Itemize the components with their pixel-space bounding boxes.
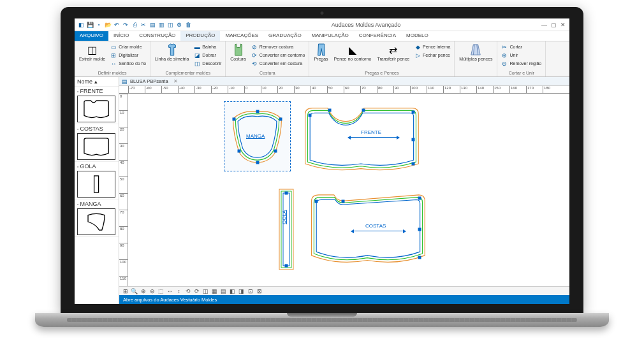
piece-item-gola[interactable]: ▫ GOLA (75, 162, 119, 199)
unir-button[interactable]: ⊕Unir (500, 51, 543, 59)
tank-icon (232, 43, 245, 56)
label-costas: COSTAS (365, 223, 386, 229)
multiplas-pences-button[interactable]: Múltiplas pences (457, 43, 494, 62)
dart-contour-icon: ◣ (346, 43, 359, 56)
tab-construcao[interactable]: CONSTRUÇÃO (134, 31, 180, 41)
cut-icon[interactable]: ✂ (140, 21, 147, 29)
piece-item-frente[interactable]: ▫ FRENTE (75, 87, 119, 124)
tool-icon[interactable]: ▤ (149, 21, 156, 29)
ribbon-tabs: ARQUIVO INÍCIO CONSTRUÇÃO PRODUÇÃO MARCA… (75, 31, 569, 41)
title-bar: ◧ 💾 ▫ 📂 ↶ ↷ ⎙ ✂ ▤ ▥ ◫ ⚙ 🗑 Audaces Moldes… (75, 18, 569, 31)
tab-modelo[interactable]: MODELO (401, 31, 434, 41)
ruler-horizontal: -70-60-50-40-30-20-100102030405060708090… (119, 86, 569, 94)
ruler-vertical: 0102030405060708090100110 (119, 94, 128, 286)
minimize-icon[interactable]: — (541, 22, 547, 28)
tool-icon[interactable]: ↔ (166, 287, 173, 294)
tool-icon[interactable]: ⟲ (184, 287, 191, 294)
remover-regiao-button[interactable]: ⊖Remover região (500, 59, 543, 68)
tool-icon[interactable]: ⟳ (193, 287, 200, 294)
fold-icon: ◪ (194, 52, 200, 59)
digitalizar-button[interactable]: ⊞Digitalizar (109, 51, 147, 59)
sentido-fio-button[interactable]: ↔Sentido do fio (109, 59, 147, 68)
piece-frente[interactable] (300, 101, 421, 178)
tool-icon[interactable]: ◨ (238, 287, 245, 294)
tool-icon[interactable]: ▥ (157, 21, 165, 29)
group-multiplas: Múltiplas pences (455, 41, 497, 76)
thumb-manga (77, 208, 115, 235)
tab-conferencia[interactable]: CONFERÊNCIA (354, 31, 401, 41)
dobrar-button[interactable]: ◪Dobrar (193, 51, 223, 59)
tool-icon[interactable]: ◫ (166, 21, 174, 29)
remover-costura-button[interactable]: ⊘Remover costura (250, 43, 307, 51)
bainha-button[interactable]: ▬Bainha (193, 43, 223, 51)
extrair-molde-button[interactable]: ◫ Extrair molde (77, 43, 107, 62)
undo-icon[interactable]: ↶ (113, 21, 121, 29)
delete-icon[interactable]: 🗑 (184, 21, 192, 29)
tool-icon[interactable]: ⊠ (256, 287, 263, 294)
piece-item-costas[interactable]: ▫ COSTAS (75, 124, 119, 162)
pants-icon (315, 43, 328, 56)
internal-dart-icon: ◆ (414, 44, 421, 50)
transferir-pence-button[interactable]: ⇄ Transferir pence (375, 43, 411, 62)
tab-manipulacao[interactable]: MANIPULAÇÃO (307, 31, 354, 41)
converter-costura-button[interactable]: ⟲Converter em costura (250, 59, 307, 68)
tab-marcacoes[interactable]: MARCAÇÕES (220, 31, 263, 41)
piece-item-manga[interactable]: ▫ MANGA (75, 199, 119, 237)
quick-access-toolbar: ◧ 💾 ▫ 📂 ↶ ↷ ⎙ ✂ ▤ ▥ ◫ ⚙ 🗑 (75, 21, 194, 29)
settings-icon[interactable]: ⚙ (175, 21, 183, 29)
cortar-button[interactable]: ✂Cortar (500, 43, 543, 51)
tab-graduacao[interactable]: GRADUAÇÃO (263, 31, 307, 41)
group-cortar: ✂Cortar ⊕Unir ⊖Remover região Cortar e U… (497, 41, 546, 76)
close-tab-icon[interactable]: ✕ (173, 78, 178, 84)
tab-arquivo[interactable]: ARQUIVO (75, 31, 108, 41)
panel-header[interactable]: Nome▴ (75, 77, 119, 87)
tool-icon[interactable]: ▤ (220, 287, 227, 294)
new-icon[interactable]: ▫ (95, 21, 103, 29)
print-icon[interactable]: ⎙ (131, 21, 138, 29)
thumb-costas (77, 133, 115, 160)
piece-costas[interactable] (307, 188, 428, 271)
convert-icon: ⟳ (251, 52, 258, 59)
create-icon: ▭ (110, 44, 117, 50)
costura-button[interactable]: Costura (228, 43, 248, 62)
save-icon[interactable]: 💾 (86, 21, 94, 29)
svg-rect-2 (281, 191, 291, 268)
pence-interna-button[interactable]: ◆Pence interna (413, 43, 451, 51)
tab-producao[interactable]: PRODUÇÃO (180, 31, 220, 41)
open-icon[interactable]: 📂 (104, 21, 112, 29)
tool-icon[interactable]: ◫ (202, 287, 209, 294)
group-costura: Costura ⊘Remover costura ⟳Converter em c… (226, 41, 309, 76)
tool-icon[interactable]: ⊡ (247, 287, 254, 294)
linha-simetria-button[interactable]: Linha de simetria (153, 43, 191, 62)
grain-icon: ↔ (110, 61, 117, 67)
document-tab[interactable]: ▤ BLUSA PBPsanta ✕ (119, 77, 569, 86)
pregas-button[interactable]: Pregas (312, 43, 330, 62)
status-bar: Abre arquivos do Audaces Vestuário Molde… (119, 295, 569, 304)
tool-icon[interactable]: ⊞ (122, 287, 129, 294)
criar-molde-button[interactable]: ▭Criar molde (109, 43, 147, 51)
label-gola: GOLA (281, 210, 287, 224)
tool-icon[interactable]: ⊕ (140, 287, 147, 294)
tool-icon[interactable]: 🔍 (131, 287, 138, 294)
maximize-icon[interactable]: ▢ (551, 22, 557, 28)
grainline-costas (351, 231, 406, 231)
tool-icon[interactable]: ▦ (211, 287, 218, 294)
canvas[interactable]: MANGA FRENTE (128, 94, 569, 286)
shirt-icon (166, 43, 179, 56)
pence-contorno-button[interactable]: ◣ Pence no contorno (332, 43, 374, 62)
tab-inicio[interactable]: INÍCIO (108, 31, 134, 41)
redo-icon[interactable]: ↷ (122, 21, 129, 29)
tool-icon[interactable]: ↕ (175, 287, 182, 294)
converter-contorno-button[interactable]: ⟳Converter em contorno (250, 51, 307, 59)
tool-icon[interactable]: ⬚ (157, 287, 165, 294)
tool-icon[interactable]: ⊖ (149, 287, 156, 294)
cut-icon: ✂ (501, 44, 508, 50)
close-icon[interactable]: ✕ (560, 22, 566, 28)
fechar-pence-button[interactable]: ▷Fechar pence (413, 51, 451, 59)
tool-icon[interactable]: ◧ (229, 287, 236, 294)
descobrir-button[interactable]: ◫Descobrir (193, 59, 223, 68)
piece-gola[interactable] (278, 188, 295, 271)
group-complementar: Linha de simetria ▬Bainha ◪Dobrar ◫Desco… (150, 41, 226, 76)
convert-seam-icon: ⟲ (251, 61, 258, 67)
hem-icon: ▬ (194, 44, 200, 50)
